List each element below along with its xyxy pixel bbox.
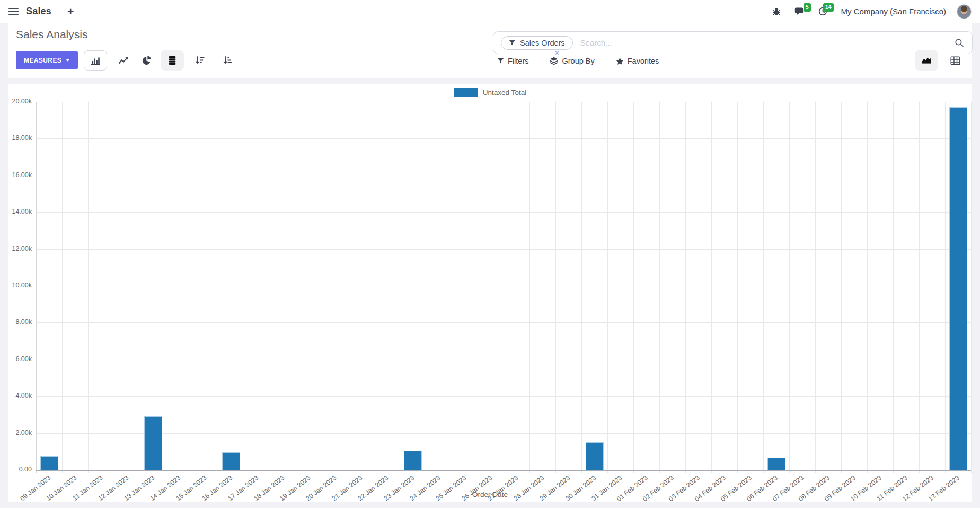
measures-button[interactable]: MEASURES [16, 51, 78, 69]
x-gridline [763, 102, 764, 473]
chart-bar[interactable] [222, 452, 240, 470]
x-gridline [867, 102, 868, 473]
control-panel: Sales Analysis Sales Orders × MEASURES [8, 23, 972, 78]
filters-label: Filters [508, 57, 528, 65]
search-bar[interactable]: Sales Orders × [493, 31, 973, 54]
menu-icon[interactable] [8, 6, 19, 17]
x-gridline [659, 102, 660, 473]
x-gridline [426, 102, 426, 473]
x-gridline [270, 102, 270, 473]
app-name[interactable]: Sales [26, 6, 51, 17]
x-gridline [504, 102, 504, 473]
favorites-button[interactable]: Favorites [616, 57, 659, 65]
stacked-icon [168, 56, 176, 65]
x-gridline [400, 102, 400, 473]
x-gridline [218, 102, 218, 473]
company-switcher[interactable]: My Company (San Francisco) [841, 7, 946, 16]
chart-bar[interactable] [586, 442, 604, 470]
sort-desc-button[interactable] [188, 50, 211, 71]
y-axis-tick-label: 18.00k [12, 134, 32, 142]
x-gridline [841, 102, 842, 473]
chart-bar[interactable] [949, 107, 967, 470]
x-gridline [789, 102, 790, 473]
x-gridline [192, 102, 192, 473]
debug-icon[interactable] [768, 5, 785, 18]
chart-card: Untaxed Total Order Date 0.002.00k4.00k6… [8, 84, 972, 502]
y-axis-tick-label: 16.00k [12, 171, 32, 179]
x-gridline [685, 102, 686, 473]
search-options-bar: Filters Group By Favorites [497, 54, 659, 68]
facet-label: Sales Orders [520, 39, 565, 47]
favorites-icon [616, 57, 624, 65]
y-axis-tick-label: 8.00k [15, 318, 32, 326]
line-chart-button[interactable] [112, 50, 135, 71]
graph-view-button[interactable] [915, 50, 938, 71]
group-by-icon [550, 57, 558, 65]
activity-badge: 14 [823, 3, 834, 12]
bar-chart-icon [91, 56, 101, 65]
x-gridline [478, 102, 478, 473]
y-axis-tick-label: 4.00k [15, 392, 32, 399]
y-axis-tick-label: 14.00k [12, 208, 32, 215]
y-axis-tick-label: 10.00k [12, 282, 32, 289]
y-axis-tick-label: 6.00k [15, 355, 32, 363]
activity-icon[interactable]: 14 [814, 5, 832, 18]
chart-bar[interactable] [144, 416, 162, 470]
chevron-down-icon [66, 59, 70, 62]
bar-chart-button[interactable] [84, 50, 107, 71]
top-navbar: Sales + 5 14 [0, 0, 980, 23]
plus-icon[interactable]: + [67, 6, 74, 17]
stacked-toggle-button[interactable] [161, 50, 184, 71]
pie-chart-icon [142, 56, 152, 65]
x-gridline [815, 102, 816, 473]
x-gridline [555, 102, 556, 473]
y-axis-tick-label: 2.00k [15, 429, 32, 436]
sort-asc-button[interactable] [216, 50, 239, 71]
x-gridline [633, 102, 634, 473]
measures-label: MEASURES [24, 57, 61, 64]
x-gridline [581, 102, 582, 473]
legend-label: Untaxed Total [483, 89, 526, 97]
sort-asc-icon [223, 56, 232, 65]
pivot-view-icon [950, 56, 960, 65]
x-gridline [296, 102, 296, 473]
chart-bar[interactable] [404, 451, 422, 470]
bar-chart: Untaxed Total Order Date 0.002.00k4.00k6… [8, 84, 972, 502]
line-chart-icon [118, 56, 129, 65]
legend-swatch [454, 88, 478, 97]
filters-button[interactable]: Filters [497, 57, 528, 65]
y-axis-line [36, 102, 37, 473]
search-facet[interactable]: Sales Orders [501, 36, 573, 50]
x-gridline [88, 102, 89, 473]
pie-chart-button[interactable] [135, 50, 158, 71]
x-gridline [62, 102, 63, 473]
chart-bar[interactable] [767, 458, 785, 470]
graph-view-icon [921, 56, 932, 65]
x-gridline [919, 102, 920, 473]
x-axis-line [36, 470, 971, 471]
x-gridline [244, 102, 244, 473]
x-gridline [711, 102, 712, 473]
favorites-label: Favorites [628, 57, 659, 65]
chart-legend[interactable]: Untaxed Total [8, 88, 972, 97]
x-gridline [348, 102, 348, 473]
x-gridline [114, 102, 114, 473]
filter-icon [509, 40, 516, 46]
x-gridline [893, 102, 894, 473]
messages-icon[interactable]: 5 [790, 5, 809, 18]
x-gridline [529, 102, 530, 473]
sales-analysis-page: Sales + 5 14 [0, 0, 980, 508]
x-gridline [945, 102, 946, 473]
pivot-view-button[interactable] [943, 50, 967, 71]
chart-bar[interactable] [40, 456, 58, 470]
search-icon[interactable] [955, 38, 964, 50]
y-axis-tick-label: 0.00 [19, 466, 32, 473]
x-gridline [607, 102, 608, 473]
search-input[interactable] [580, 38, 949, 47]
y-axis-tick-label: 20.00k [12, 98, 32, 105]
group-by-button[interactable]: Group By [550, 57, 594, 65]
x-gridline [322, 102, 322, 473]
messages-badge: 5 [804, 3, 811, 12]
y-axis-tick-label: 12.00k [12, 245, 32, 252]
user-avatar[interactable] [957, 4, 972, 19]
